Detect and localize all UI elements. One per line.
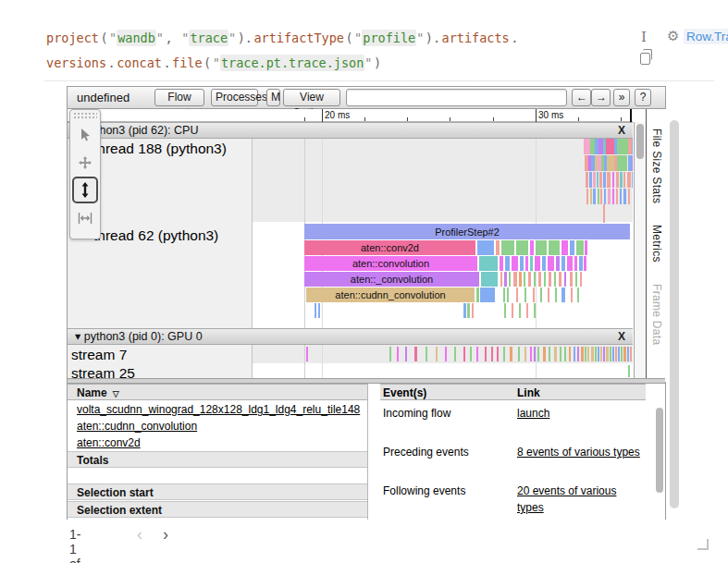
trace-event-sliver[interactable]	[318, 303, 320, 318]
trace-event-sliver[interactable]	[472, 303, 474, 318]
trace-event-sliver[interactable]	[537, 347, 539, 361]
trace-event-sliver[interactable]	[463, 303, 466, 318]
trace-event-sliver[interactable]	[463, 347, 465, 361]
trace-event-sliver[interactable]	[599, 172, 602, 188]
find-input[interactable]	[346, 89, 567, 106]
trace-event-bar[interactable]: aten::_convolution	[304, 272, 479, 287]
find-all-button[interactable]: »	[613, 89, 630, 106]
trace-event-sliver[interactable]	[585, 240, 587, 255]
trace-event-sliver[interactable]	[607, 172, 611, 188]
trace-event-sliver[interactable]	[628, 365, 630, 377]
trace-event-sliver[interactable]	[600, 189, 602, 204]
trace-event-sliver[interactable]	[600, 347, 602, 361]
kernel-link[interactable]: volta_scudnn_winograd_128x128_ldg1_ldg4_…	[77, 403, 360, 416]
trace-event-sliver[interactable]	[549, 347, 550, 361]
trace-event-bar[interactable]: aten::conv2d	[304, 240, 475, 255]
trace-event-sliver[interactable]	[621, 347, 623, 361]
trace-event-sliver[interactable]	[574, 347, 575, 361]
track-scrollbar[interactable]	[634, 122, 646, 378]
trace-event-sliver[interactable]	[560, 347, 561, 361]
trace-event-sliver[interactable]	[570, 240, 574, 255]
trace-event-sliver[interactable]	[497, 347, 499, 361]
trace-event-sliver[interactable]	[525, 256, 528, 271]
trace-event-sliver[interactable]	[597, 172, 598, 188]
trace-event-sliver[interactable]	[500, 272, 502, 287]
trace-event-sliver[interactable]	[516, 240, 528, 255]
processes-button[interactable]: Processes	[211, 89, 258, 106]
events-table-scrollbar[interactable]	[656, 408, 663, 517]
trace-event-sliver[interactable]	[505, 256, 510, 271]
trace-event-sliver[interactable]	[570, 272, 573, 287]
trace-event-sliver[interactable]	[589, 172, 592, 188]
trace-event-sliver[interactable]	[507, 288, 509, 302]
trace-event-bar[interactable]: ProfilerStep#2	[304, 224, 630, 239]
trace-event-sliver[interactable]	[454, 347, 456, 361]
trace-event-sliver[interactable]	[534, 272, 536, 287]
time-ruler[interactable]: 20 ms30 ms	[68, 109, 633, 122]
trace-event-sliver[interactable]	[534, 347, 536, 361]
trace-event-sliver[interactable]	[533, 288, 535, 302]
trace-event-sliver[interactable]	[555, 288, 557, 302]
trace-event-sliver[interactable]	[623, 347, 626, 361]
trace-event-sliver[interactable]	[405, 347, 407, 361]
trace-event-sliver[interactable]	[632, 155, 633, 171]
trace-event-sliver[interactable]	[500, 256, 503, 271]
trace-event-sliver[interactable]	[535, 256, 540, 271]
trace-event-sliver[interactable]	[627, 172, 631, 188]
trace-event-sliver[interactable]	[519, 303, 521, 318]
help-button[interactable]: ?	[635, 89, 651, 106]
resize-handle[interactable]	[697, 539, 709, 550]
trace-event-sliver[interactable]	[612, 347, 614, 361]
trace-event-sliver[interactable]	[595, 347, 597, 361]
collapse-arrow-icon[interactable]: ▾	[75, 330, 80, 343]
trace-event-sliver[interactable]	[607, 155, 614, 171]
trace-event-sliver[interactable]	[491, 347, 493, 361]
trace-event-sliver[interactable]	[632, 172, 633, 188]
trace-event-sliver[interactable]	[445, 347, 447, 361]
trace-event-sliver[interactable]	[477, 240, 494, 255]
trace-event-sliver[interactable]	[627, 347, 629, 361]
trace-event-sliver[interactable]	[577, 288, 579, 302]
gear-icon[interactable]: ⚙	[667, 28, 679, 44]
trace-event-sliver[interactable]	[548, 256, 554, 271]
trace-event-sliver[interactable]	[524, 347, 526, 361]
trace-event-sliver[interactable]	[598, 189, 599, 204]
vertical-zoom-tool-button[interactable]	[72, 177, 98, 203]
following-events-link[interactable]: 20 events of various types	[517, 483, 646, 516]
trace-event-sliver[interactable]	[549, 272, 551, 287]
trace-event-sliver[interactable]	[615, 347, 617, 361]
trace-event-sliver[interactable]	[503, 347, 505, 361]
trace-event-sliver[interactable]	[620, 189, 622, 204]
trace-event-sliver[interactable]	[574, 256, 577, 271]
trace-event-sliver[interactable]	[524, 272, 525, 287]
track-scrollbar-thumb[interactable]	[636, 124, 644, 159]
trace-event-sliver[interactable]	[476, 288, 479, 302]
trace-event-sliver[interactable]	[554, 272, 556, 287]
trace-event-sliver[interactable]	[481, 272, 498, 287]
trace-event-sliver[interactable]	[616, 172, 619, 188]
trace-event-sliver[interactable]	[315, 303, 316, 318]
trace-event-sliver[interactable]	[564, 272, 566, 287]
trace-event-sliver[interactable]	[519, 272, 522, 287]
trace-event-sliver[interactable]	[509, 272, 511, 287]
trace-event-sliver[interactable]	[590, 189, 592, 204]
trace-event-sliver[interactable]	[603, 204, 605, 223]
trace-event-sliver[interactable]	[470, 347, 472, 361]
trace-event-sliver[interactable]	[512, 303, 513, 318]
metadata-button[interactable]: M	[266, 89, 280, 106]
trace-event-sliver[interactable]	[549, 240, 560, 255]
trace-event-sliver[interactable]	[603, 347, 605, 361]
trace-event-sliver[interactable]	[426, 347, 427, 361]
trace-event-sliver[interactable]	[518, 347, 520, 361]
trace-event-sliver[interactable]	[479, 256, 498, 271]
trace-event-sliver[interactable]	[467, 303, 470, 318]
trace-event-sliver[interactable]	[593, 172, 596, 188]
trace-event-sliver[interactable]	[542, 256, 546, 271]
trace-event-sliver[interactable]	[598, 347, 599, 361]
gpu-process-header[interactable]: ▾ python3 (pid 0): GPU 0 X	[68, 328, 633, 345]
trace-event-sliver[interactable]	[620, 172, 623, 188]
page-scrollbar-thumb[interactable]	[670, 120, 679, 508]
trace-event-sliver[interactable]	[504, 303, 506, 318]
trace-event-sliver[interactable]	[575, 272, 577, 287]
trace-event-sliver[interactable]	[606, 139, 614, 154]
